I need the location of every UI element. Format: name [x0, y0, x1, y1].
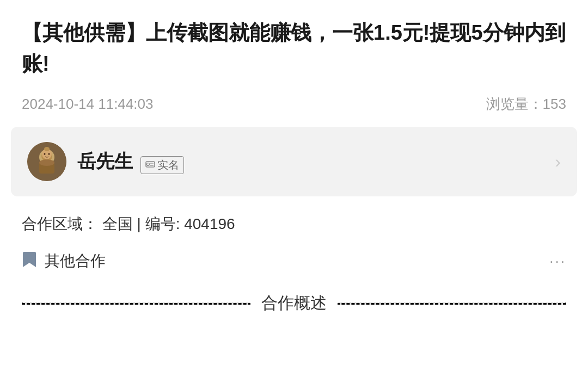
- page-container: 【其他供需】上传截图就能赚钱，一张1.5元!提现5分钟内到账! 2024-10-…: [0, 0, 588, 377]
- verified-icon: [145, 159, 155, 171]
- meta-section: 2024-10-14 11:44:03 浏览量：153: [0, 90, 588, 127]
- section-title: 合作概述: [250, 292, 338, 314]
- page-title: 【其他供需】上传截图就能赚钱，一张1.5元!提现5分钟内到账!: [22, 17, 566, 79]
- info-section: 合作区域： 全国 | 编号: 404196 其他合作 ···: [0, 196, 588, 286]
- view-number: 153: [543, 96, 566, 112]
- id-value: 404196: [184, 215, 235, 232]
- chevron-right-icon[interactable]: ›: [555, 152, 561, 172]
- avatar: [27, 142, 66, 181]
- category-left: 其他合作: [22, 251, 106, 271]
- svg-point-7: [44, 147, 50, 151]
- id-label: 编号:: [145, 215, 180, 232]
- category-text: 其他合作: [45, 251, 106, 271]
- svg-point-9: [48, 153, 50, 155]
- view-count: 浏览量：153: [486, 95, 566, 114]
- verified-badge: 实名: [140, 156, 184, 174]
- user-card[interactable]: 岳先生 实名 ›: [11, 127, 577, 196]
- separator: |: [137, 215, 145, 232]
- user-name-container: 岳先生 实名: [77, 149, 184, 174]
- divider-section: 合作概述: [0, 292, 588, 314]
- publish-date: 2024-10-14 11:44:03: [22, 96, 153, 113]
- svg-point-8: [44, 153, 46, 155]
- region-label: 合作区域：: [22, 215, 98, 232]
- svg-point-11: [147, 163, 150, 165]
- bookmark-icon: [22, 251, 37, 271]
- svg-point-5: [39, 159, 54, 166]
- username: 岳先生: [77, 151, 133, 171]
- category-row: 其他合作 ···: [22, 245, 566, 277]
- more-options-icon[interactable]: ···: [549, 253, 566, 270]
- view-label: 浏览量：: [486, 96, 543, 112]
- verified-label: 实名: [157, 158, 179, 172]
- region-value: 全国: [102, 215, 133, 232]
- svg-rect-10: [146, 162, 155, 167]
- user-info: 岳先生 实名: [27, 142, 184, 181]
- title-section: 【其他供需】上传截图就能赚钱，一张1.5元!提现5分钟内到账!: [0, 0, 588, 90]
- region-info: 合作区域： 全国 | 编号: 404196: [22, 214, 566, 234]
